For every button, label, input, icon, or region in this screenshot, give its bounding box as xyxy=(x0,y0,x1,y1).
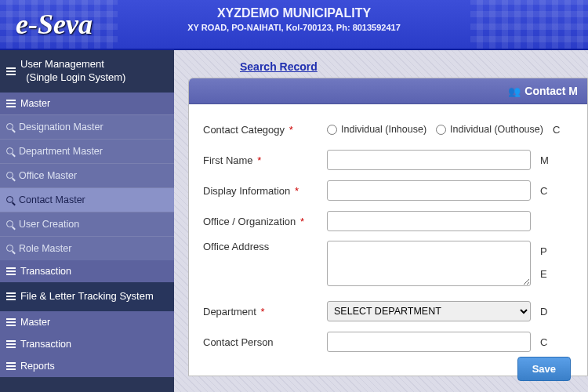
menu-icon xyxy=(6,362,16,370)
label-cutoff: D xyxy=(540,306,547,318)
sidebar-group-transaction[interactable]: Transaction xyxy=(0,260,174,282)
search-icon xyxy=(6,196,13,203)
radio-outhouse[interactable]: Individual (Outhouse) xyxy=(436,124,543,135)
label-display-info: Display Information * xyxy=(203,185,327,197)
label-cutoff: C xyxy=(540,185,547,197)
first-name-input[interactable] xyxy=(327,150,531,170)
label-cutoff: P xyxy=(540,241,547,263)
panel-title: Contact M xyxy=(524,85,578,97)
sidebar-group-reports[interactable]: Reports xyxy=(0,355,174,377)
sidebar-group-master-2[interactable]: Master xyxy=(0,311,174,333)
search-icon xyxy=(6,220,13,227)
sidebar-item-user-creation[interactable]: User Creation xyxy=(0,212,174,236)
radio-outhouse-input[interactable] xyxy=(436,125,446,135)
sidebar-item-office-master[interactable]: Office Master xyxy=(0,163,174,187)
municipality-name: XYZDEMO MUNICIPALITY xyxy=(187,6,401,20)
nav-item-label: Office Master xyxy=(19,170,77,181)
nav-section-subtitle: (Single Login System) xyxy=(26,71,125,83)
sidebar-item-contact-master[interactable]: Contact Master xyxy=(0,187,174,212)
sidebar: User Management (Single Login System) Ma… xyxy=(0,50,174,392)
sidebar-item-role-master[interactable]: Role Master xyxy=(0,236,174,260)
sidebar-group-transaction-2[interactable]: Transaction xyxy=(0,333,174,355)
nav-item-label: User Creation xyxy=(19,219,79,230)
nav-group-label: Master xyxy=(20,98,50,109)
app-logo: e-Seva xyxy=(0,0,108,49)
nav-item-label: Contact Master xyxy=(19,194,85,205)
radio-inhouse[interactable]: Individual (Inhouse) xyxy=(327,124,426,135)
contact-person-input[interactable] xyxy=(327,332,531,352)
panel-header: 👥Contact M xyxy=(189,78,587,104)
sidebar-item-department-master[interactable]: Department Master xyxy=(0,139,174,163)
search-icon xyxy=(6,172,13,179)
label-contact-person: Contact Person xyxy=(203,336,327,348)
label-cutoff: C xyxy=(540,336,547,348)
nav-group-label: Transaction xyxy=(20,339,71,350)
label-category: Contact Categogy * xyxy=(203,124,327,136)
nav-section-title: File & Letter Tracking System xyxy=(20,290,154,303)
content-area: Search Record 👥Contact M Contact Categog… xyxy=(174,50,588,392)
search-icon xyxy=(6,245,13,252)
nav-item-label: Role Master xyxy=(19,243,71,254)
users-icon: 👥 xyxy=(508,85,521,97)
nav-group-label: Transaction xyxy=(20,266,71,277)
nav-group-label: Reports xyxy=(20,361,55,372)
search-icon xyxy=(6,147,13,154)
menu-icon xyxy=(6,267,16,275)
municipality-address: XY ROAD, PO-NAIHATI, Kol-700123, Ph: 801… xyxy=(187,23,401,32)
municipality-info: XYZDEMO MUNICIPALITY XY ROAD, PO-NAIHATI… xyxy=(187,6,401,32)
office-address-input[interactable] xyxy=(327,241,531,286)
menu-icon xyxy=(6,318,16,326)
search-icon xyxy=(6,123,13,130)
nav-item-label: Designation Master xyxy=(19,122,103,132)
nav-section-title: User Management xyxy=(20,58,104,70)
label-office-org: Office / Organization * xyxy=(203,216,327,227)
menu-icon xyxy=(6,292,16,300)
sidebar-item-designation-master[interactable]: Designation Master xyxy=(0,114,174,139)
save-button[interactable]: Save xyxy=(517,357,571,381)
nav-item-label: Department Master xyxy=(19,146,103,157)
sidebar-group-master[interactable]: Master xyxy=(0,93,174,114)
label-office-addr: Office Address xyxy=(203,241,327,252)
menu-icon xyxy=(6,67,16,75)
display-info-input[interactable] xyxy=(327,180,531,201)
search-record-link[interactable]: Search Record xyxy=(240,60,318,73)
menu-icon xyxy=(6,340,16,348)
radio-cutoff: C xyxy=(553,124,560,136)
app-header: e-Seva XYZDEMO MUNICIPALITY XY ROAD, PO-… xyxy=(0,0,588,50)
office-org-input[interactable] xyxy=(327,211,531,231)
department-select[interactable]: SELECT DEPARTMENT xyxy=(327,301,531,321)
sidebar-section-user-management[interactable]: User Management (Single Login System) xyxy=(0,50,174,93)
radio-inhouse-input[interactable] xyxy=(327,125,337,135)
label-cutoff: E xyxy=(540,263,547,286)
label-cutoff: M xyxy=(540,154,549,166)
menu-icon xyxy=(6,100,16,107)
nav-group-label: Master xyxy=(20,317,50,328)
label-first-name: First Name * xyxy=(203,154,327,166)
label-department: Department * xyxy=(203,306,327,318)
contact-master-panel: 👥Contact M Contact Categogy * Individual… xyxy=(188,78,588,376)
panel-body: Contact Categogy * Individual (Inhouse) … xyxy=(189,104,587,376)
sidebar-section-file-tracking[interactable]: File & Letter Tracking System xyxy=(0,282,174,311)
